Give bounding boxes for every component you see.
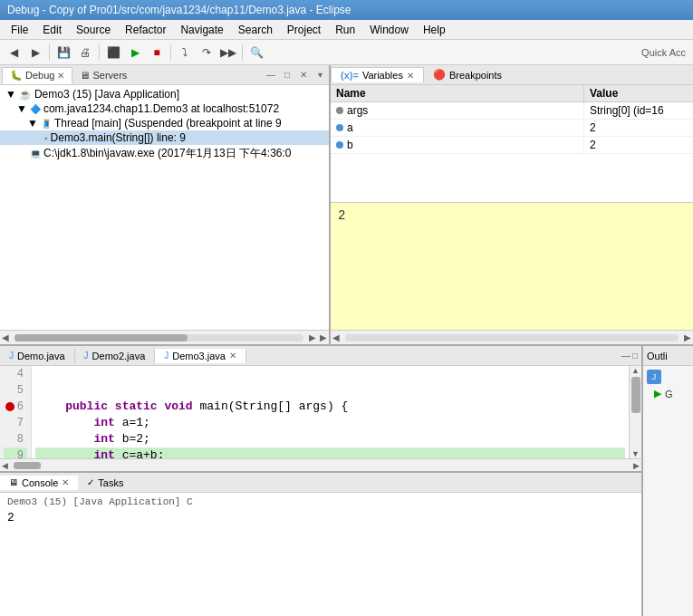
toolbar-run-btn[interactable]: ▶ [125,43,145,63]
tree-item-thread[interactable]: ▼ 🧵 Thread [main] (Suspended (breakpoint… [0,116,329,130]
breakpoints-tab-label: Breakpoints [449,70,502,81]
debug-scrollbar-thumb[interactable] [14,334,188,342]
var-scrollbar[interactable]: ◀ ▶ [331,330,693,344]
line-num-9: 9 [4,448,27,458]
kw-void: void [164,399,192,413]
toolbar: ◀ ▶ 💾 🖨 ⬛ ▶ ■ ⤵ ↷ ▶▶ 🔍 Quick Acc [0,40,693,65]
demo3-tab-close[interactable]: ✕ [229,351,236,361]
vscroll-up[interactable]: ▲ [630,366,641,375]
line-num-6[interactable]: 6 [4,399,27,415]
menu-file[interactable]: File [4,22,35,38]
toolbar-save[interactable]: 💾 [53,43,73,63]
code-line-9: int c=a+b; [35,448,625,458]
tree-item-jvm[interactable]: 💻 C:\jdk1.8\bin\javaw.exe (2017年1月13日 下午… [0,145,329,162]
debug-menu[interactable]: ▾ [313,68,327,82]
menu-refactor[interactable]: Refactor [118,22,173,38]
debug-scrollbar-track[interactable] [14,334,303,342]
menu-help[interactable]: Help [416,22,453,38]
debug-panel: 🐛 Debug ✕ 🖥 Servers — □ ✕ ▾ ▼ [0,65,331,344]
toolbar-fwd[interactable]: ▶ [25,43,45,63]
tab-demo-java[interactable]: J Demo.java [0,349,75,363]
hscroll-thumb[interactable] [14,462,41,469]
toolbar-resume[interactable]: ▶▶ [218,43,238,63]
outline-icon-row: J [647,370,689,384]
debug-hscrollbar[interactable]: ◀ ▶ ▶ [0,330,329,344]
tree-item-com[interactable]: ▼ 🔷 com.java1234.chap11.Demo3 at localho… [0,101,329,116]
variables-tab-bar: (x)= Variables ✕ 🔴 Breakpoints [331,65,693,85]
console-tab-close[interactable]: ✕ [62,477,69,487]
vscroll-down[interactable]: ▼ [630,449,641,458]
variables-icon: (x)= [341,70,359,81]
var-value-a: 2 [584,120,693,136]
tree-expand-1: ▼ [5,88,16,101]
menu-search[interactable]: Search [231,22,280,38]
menu-navigate[interactable]: Navigate [173,22,230,38]
editor-vscrollbar[interactable]: ▲ ▼ [629,366,641,458]
tab-demo3-java[interactable]: J Demo3.java ✕ [155,349,246,363]
var-row-args[interactable]: args String[0] (id=16 [331,102,693,120]
variables-tab[interactable]: (x)= Variables ✕ [331,67,424,82]
tasks-tab-label: Tasks [98,477,123,488]
var-scrollbar-track[interactable] [345,334,679,342]
debug-maximize[interactable]: □ [280,68,294,82]
debug-tab-bar: 🐛 Debug ✕ 🖥 Servers — □ ✕ ▾ [0,65,329,85]
tasks-tab[interactable]: ✓ Tasks [78,476,132,490]
var-scroll-right[interactable]: ▶ [682,332,693,342]
editor-content[interactable]: 4 5 6 7 8 9 10 [0,366,629,458]
toolbar-stop[interactable]: ■ [147,43,167,63]
debug-tab[interactable]: 🐛 Debug ✕ [2,67,72,84]
breakpoints-tab[interactable]: 🔴 Breakpoints [424,67,511,82]
outline-item-1[interactable]: ▶ G [654,388,689,399]
var-name-a: a [331,120,584,136]
menu-edit[interactable]: Edit [35,22,69,38]
debug-minimize[interactable]: — [264,68,278,82]
toolbar-sep-4 [242,44,243,61]
console-icon: 🖥 [9,477,18,487]
var-header-value: Value [584,85,693,101]
debug-tab-close[interactable]: ✕ [57,71,64,81]
tab-demo-label: Demo.java [17,351,65,361]
title-bar: Debug - Copy of Pro01/src/com/java1234/c… [0,0,693,20]
var-scroll-left[interactable]: ◀ [331,332,342,342]
menu-project[interactable]: Project [280,22,328,38]
menu-bar: File Edit Source Refactor Navigate Searc… [0,20,693,40]
toolbar-debug[interactable]: ⬛ [103,43,123,63]
toolbar-step-into[interactable]: ⤵ [175,43,195,63]
menu-window[interactable]: Window [362,22,416,38]
kw-int-9: int [93,448,114,458]
line-num-7: 7 [4,415,27,431]
toolbar-print[interactable]: 🖨 [75,43,95,63]
scroll-nav-arrow[interactable]: ▶ [318,332,329,342]
line-numbers: 4 5 6 7 8 9 10 [0,366,32,458]
code-lines[interactable]: public static void main(String[] args) {… [32,366,629,458]
hscroll-left[interactable]: ◀ [0,461,10,470]
console-content[interactable]: Demo3 (15) [Java Application] C 2 [0,493,641,616]
debug-tree[interactable]: ▼ ☕ Demo3 (15) [Java Application] ▼ 🔷 co… [0,85,329,330]
tree-item-main[interactable]: ▪ Demo3.main(String[]) line: 9 [0,130,329,145]
tree-item-label-4: Demo3.main(String[]) line: 9 [51,131,186,144]
servers-tab[interactable]: 🖥 Servers [72,68,134,82]
hscroll-right[interactable]: ▶ [631,461,641,470]
editor-minimize[interactable]: — [621,351,630,361]
outline-panel: Outli J ▶ G [643,346,693,616]
menu-source[interactable]: Source [69,22,118,38]
menu-run[interactable]: Run [328,22,362,38]
vscroll-thumb[interactable] [631,377,640,413]
editor-hscrollbar[interactable]: ◀ ▶ [0,458,641,471]
variables-tab-close[interactable]: ✕ [407,71,414,81]
tree-item-demo3[interactable]: ▼ ☕ Demo3 (15) [Java Application] [0,87,329,101]
var-value-b: 2 [584,137,693,153]
var-row-b[interactable]: b 2 [331,137,693,154]
toolbar-search[interactable]: 🔍 [246,43,266,63]
var-row-a[interactable]: a 2 [331,120,693,137]
scroll-right-arrow[interactable]: ▶ [307,332,318,342]
editor-maximize[interactable]: □ [632,351,638,361]
title-text: Debug - Copy of Pro01/src/com/java1234/c… [7,4,351,16]
debug-close[interactable]: ✕ [296,68,311,82]
scroll-left-arrow[interactable]: ◀ [0,332,11,342]
console-output-text: 2 [7,511,634,525]
tab-demo2-java[interactable]: J Demo2.java [75,349,156,363]
console-tab[interactable]: 🖥 Console ✕ [0,476,78,490]
toolbar-back[interactable]: ◀ [4,43,24,63]
toolbar-step-over[interactable]: ↷ [197,43,217,63]
